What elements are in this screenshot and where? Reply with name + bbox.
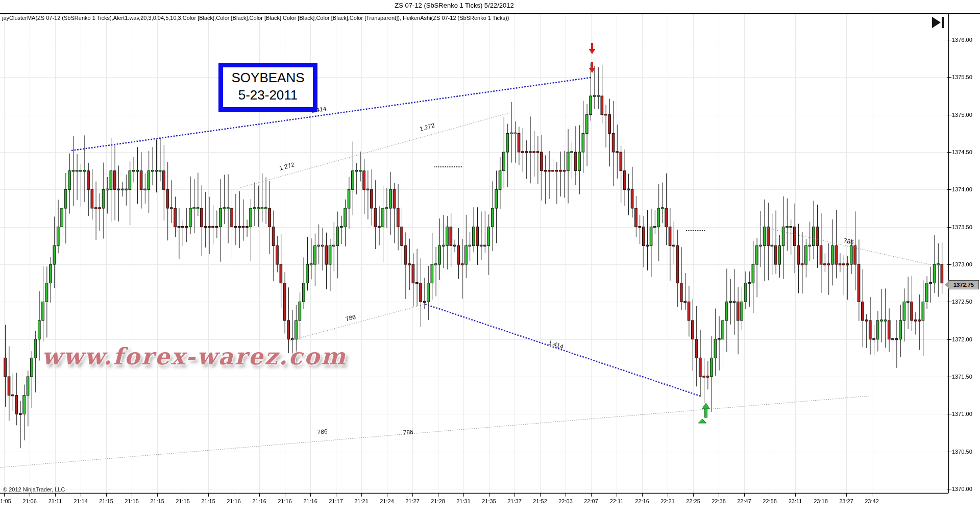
time-label: 21:11 bbox=[48, 498, 62, 504]
time-label: 21:16 bbox=[252, 498, 266, 504]
chart-title: ZS 07-12 (SbSRenko 1 Ticks) 5/22/2012 bbox=[395, 2, 513, 9]
price-label: 1372.00 bbox=[952, 336, 972, 342]
price-label: 1370.00 bbox=[952, 486, 972, 492]
time-label: 22:38 bbox=[712, 498, 726, 504]
time-label: 23:27 bbox=[839, 498, 853, 504]
time-label: 21:16 bbox=[303, 498, 317, 504]
time-label: 22:58 bbox=[763, 498, 777, 504]
time-label: 21:14 bbox=[74, 498, 88, 504]
time-label: 22:11 bbox=[610, 498, 624, 504]
time-label: 22:47 bbox=[737, 498, 751, 504]
time-label: 21:28 bbox=[431, 498, 445, 504]
watermark: www.forex-warez.com bbox=[42, 343, 347, 370]
time-label: 21:15 bbox=[99, 498, 113, 504]
price-label: 1373.00 bbox=[952, 261, 972, 267]
price-label: 1371.50 bbox=[952, 374, 972, 380]
time-label: 21:06 bbox=[22, 498, 37, 504]
price-label: 1374.00 bbox=[952, 186, 972, 192]
time-label: 21:27 bbox=[405, 498, 420, 504]
time-label: 23:18 bbox=[814, 498, 828, 504]
time-label: 21:16 bbox=[278, 498, 292, 504]
price-label: 1370.50 bbox=[952, 449, 972, 455]
time-label: 21:15 bbox=[125, 498, 139, 504]
play-bar-icon bbox=[942, 17, 944, 28]
time-label: 21:05 bbox=[0, 498, 11, 504]
time-label: 23:42 bbox=[865, 498, 879, 504]
time-label: 21:15 bbox=[201, 498, 215, 504]
annotation-line2: 5-23-2011 bbox=[223, 87, 313, 104]
price-label: 1375.50 bbox=[952, 74, 972, 80]
price-label: 1371.00 bbox=[952, 411, 972, 417]
last-price-badge: 1372.75 bbox=[948, 280, 979, 289]
time-label: 22:21 bbox=[660, 498, 675, 504]
price-label: 1372.50 bbox=[952, 299, 972, 305]
price-label: 1376.00 bbox=[952, 37, 972, 43]
time-label: 21:16 bbox=[227, 498, 241, 504]
time-label: 21:15 bbox=[176, 498, 190, 504]
price-label: 1373.50 bbox=[952, 224, 972, 230]
time-label: 22:03 bbox=[558, 498, 573, 504]
time-label: 21:17 bbox=[329, 498, 343, 504]
time-label: 22:16 bbox=[635, 498, 649, 504]
price-label: 1374.50 bbox=[952, 149, 972, 155]
play-to-end-icon[interactable] bbox=[932, 17, 944, 28]
time-label: 22:07 bbox=[584, 498, 598, 504]
time-label: 21:24 bbox=[380, 498, 394, 504]
annotation-line1: SOYBEANS bbox=[223, 69, 313, 87]
time-label: 21:21 bbox=[354, 498, 369, 504]
time-label: 22:25 bbox=[686, 498, 700, 504]
time-label: 21:35 bbox=[482, 498, 496, 504]
time-label: 21:15 bbox=[150, 498, 164, 504]
time-label: 21:31 bbox=[456, 498, 471, 504]
play-triangle-icon bbox=[932, 17, 941, 28]
copyright-label: © 2012 NinjaTrader, LLC bbox=[3, 486, 65, 492]
price-chart-canvas[interactable] bbox=[0, 0, 980, 518]
time-label: 21:52 bbox=[533, 498, 547, 504]
soybeans-annotation-box: SOYBEANS 5-23-2011 bbox=[218, 63, 317, 112]
chart-window: ZS 07-12 (SbSRenko 1 Ticks) 5/22/2012 ja… bbox=[0, 0, 980, 518]
price-label: 1375.00 bbox=[952, 112, 972, 118]
time-label: 21:37 bbox=[507, 498, 522, 504]
indicator-label: jayClusterMA(ZS 07-12 (SbSRenko 1 Ticks)… bbox=[2, 15, 509, 21]
time-label: 23:11 bbox=[789, 498, 802, 504]
